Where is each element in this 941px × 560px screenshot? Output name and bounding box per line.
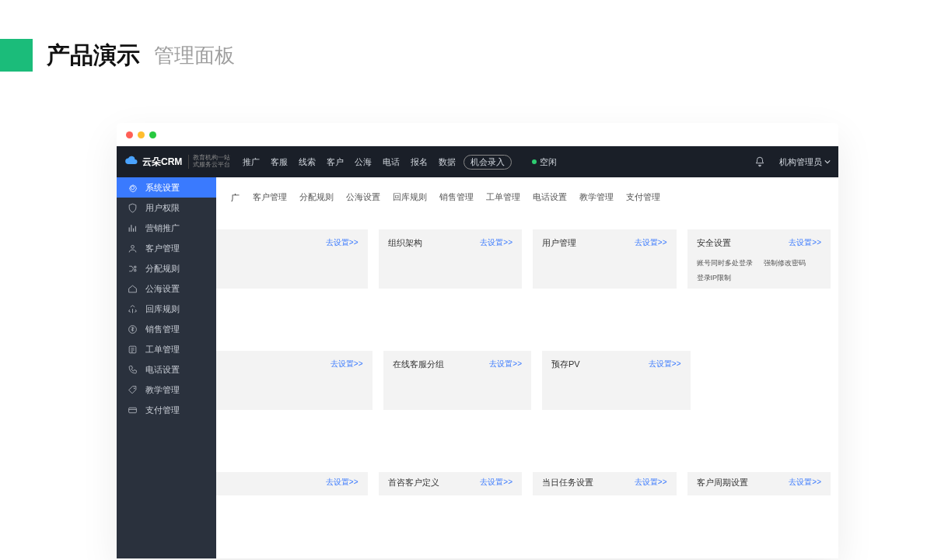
sidebar-item-label: 回库规则: [145, 303, 180, 315]
settings-card: 首咨客户定义 去设置>>: [379, 472, 523, 495]
status-label: 空闲: [540, 156, 557, 168]
chevron-down-icon: [824, 159, 831, 165]
topbar: 云朵CRM 教育机构一站式服务云平台 推广 客服 线索 客户 公海 电话 报名 …: [117, 146, 838, 177]
nav-signup[interactable]: 报名: [411, 156, 428, 168]
sidebar: 系统设置用户权限营销推广客户管理分配规则公海设置回库规则销售管理工单管理电话设置…: [117, 177, 216, 558]
logo-tagline: 教育机构一站式服务云平台: [188, 155, 230, 169]
cards-grid: 基础设置 去设置>>组织架构 去设置>>用户管理 去设置>>安全设置 去设置>>…: [216, 229, 838, 511]
chart-icon: [128, 223, 138, 233]
settings-card: 客户字段设置 去设置>>: [216, 472, 368, 495]
subtab[interactable]: 公海设置: [340, 188, 387, 208]
nav-promo[interactable]: 推广: [243, 156, 260, 168]
sidebar-item-label: 分配规则: [145, 263, 180, 275]
sidebar-item-label: 客户管理: [145, 243, 180, 254]
browser-window: 云朵CRM 教育机构一站式服务云平台 推广 客服 线索 客户 公海 电话 报名 …: [117, 123, 838, 558]
top-right: 机构管理员: [754, 156, 831, 168]
nav-leads[interactable]: 线索: [299, 156, 316, 168]
go-settings-link[interactable]: 去设置>>: [480, 237, 512, 248]
nav-customer[interactable]: 客户: [327, 156, 344, 168]
shield-icon: [128, 203, 138, 213]
card-item[interactable]: 强制修改密码: [764, 258, 806, 268]
sidebar-item-label: 销售管理: [145, 324, 180, 335]
sidebar-item-settings[interactable]: 系统设置: [117, 177, 216, 198]
page-header: 产品演示 管理面板: [0, 39, 235, 72]
record-button[interactable]: 机会录入: [464, 155, 512, 170]
status-indicator[interactable]: 空闲: [532, 156, 557, 168]
logo-text: 云朵CRM: [142, 156, 182, 169]
sidebar-item-label: 工单管理: [145, 344, 180, 355]
user-menu[interactable]: 机构管理员: [779, 156, 831, 168]
card-items: 账号同时多处登录强制修改密码登录IP限制: [697, 258, 822, 283]
zoom-dot[interactable]: [149, 131, 156, 138]
sidebar-item-person[interactable]: 客户管理: [117, 238, 216, 258]
nav-pool[interactable]: 公海: [355, 156, 372, 168]
subtab[interactable]: 教学管理: [573, 188, 620, 208]
sidebar-item-tag[interactable]: 教学管理: [117, 380, 216, 400]
ticket-icon: [128, 345, 138, 355]
sidebar-item-label: 用户权限: [145, 202, 180, 214]
top-nav: 推广 客服 线索 客户 公海 电话 报名 数据: [243, 156, 456, 168]
go-settings-link[interactable]: 去设置>>: [489, 359, 522, 369]
tag-icon: [128, 385, 138, 395]
accent-block: [0, 39, 33, 72]
sidebar-item-phone[interactable]: 电话设置: [117, 359, 216, 380]
phone-icon: [128, 365, 138, 375]
nav-phone[interactable]: 电话: [383, 156, 400, 168]
subtab[interactable]: 电话设置: [526, 188, 573, 208]
subtab[interactable]: 销售管理: [433, 188, 480, 208]
subtab[interactable]: 工单管理: [480, 188, 526, 208]
settings-card: 安全设置 去设置>>账号同时多处登录强制修改密码登录IP限制: [687, 229, 831, 289]
sidebar-item-sales[interactable]: 销售管理: [117, 319, 216, 339]
main-content: 广客户管理分配规则公海设置回库规则销售管理工单管理电话设置教学管理支付管理 基础…: [216, 177, 838, 558]
close-dot[interactable]: [126, 131, 133, 138]
sidebar-item-chart[interactable]: 营销推广: [117, 218, 216, 238]
home-icon: [128, 284, 138, 294]
settings-card: 预存PV 去设置>>: [542, 351, 691, 410]
go-settings-link[interactable]: 去设置>>: [326, 237, 359, 248]
logo[interactable]: 云朵CRM 教育机构一站式服务云平台: [124, 155, 230, 169]
subtab[interactable]: 回库规则: [387, 188, 433, 208]
go-settings-link[interactable]: 去设置>>: [326, 477, 359, 488]
settings-card: 组织架构 去设置>>: [379, 229, 523, 289]
go-settings-link[interactable]: 去设置>>: [789, 237, 821, 248]
sidebar-item-home[interactable]: 公海设置: [117, 278, 216, 299]
subtab[interactable]: 分配规则: [293, 188, 340, 208]
settings-card: 在线客服分组 去设置>>: [383, 351, 532, 410]
nav-data[interactable]: 数据: [439, 156, 456, 168]
subtab-cut[interactable]: 广: [224, 188, 247, 208]
page-subtitle: 管理面板: [154, 42, 235, 69]
go-settings-link[interactable]: 去设置>>: [635, 237, 667, 248]
sidebar-item-label: 公海设置: [145, 283, 180, 295]
go-settings-link[interactable]: 去设置>>: [331, 359, 363, 369]
go-settings-link[interactable]: 去设置>>: [649, 359, 681, 369]
card-row: 客户字段设置 去设置>>首咨客户定义 去设置>>当日任务设置 去设置>>客户周期…: [224, 472, 831, 495]
user-label-text: 机构管理员: [779, 156, 822, 168]
sidebar-item-card-pay[interactable]: 支付管理: [117, 400, 216, 420]
person-icon: [128, 243, 138, 254]
subtabs: 广客户管理分配规则公海设置回库规则销售管理工单管理电话设置教学管理支付管理: [216, 177, 838, 214]
sidebar-item-shield[interactable]: 用户权限: [117, 198, 216, 218]
subtab[interactable]: 支付管理: [620, 188, 666, 208]
subtab[interactable]: 客户管理: [247, 188, 293, 208]
go-settings-link[interactable]: 去设置>>: [635, 477, 667, 488]
sidebar-item-ticket[interactable]: 工单管理: [117, 339, 216, 359]
settings-card: 当日任务设置 去设置>>: [533, 472, 677, 495]
settings-card: 客户周期设置 去设置>>: [687, 472, 831, 495]
settings-card: 基础设置 去设置>>: [216, 229, 368, 289]
sidebar-item-recycle[interactable]: 回库规则: [117, 299, 216, 319]
card-item[interactable]: 登录IP限制: [697, 273, 732, 283]
flow-icon: [128, 264, 138, 274]
sidebar-item-label: 电话设置: [145, 364, 180, 376]
cloud-icon: [124, 155, 138, 169]
card-row: 基础设置 去设置>>组织架构 去设置>>用户管理 去设置>>安全设置 去设置>>…: [224, 229, 831, 289]
settings-icon: [128, 183, 138, 193]
card-item[interactable]: 账号同时多处登录: [697, 258, 753, 268]
settings-card: 推广渠道设置 去设置>>: [216, 351, 373, 410]
recycle-icon: [128, 304, 138, 314]
minimize-dot[interactable]: [138, 131, 145, 138]
go-settings-link[interactable]: 去设置>>: [480, 477, 512, 488]
bell-icon[interactable]: [754, 156, 765, 167]
nav-service[interactable]: 客服: [271, 156, 288, 168]
go-settings-link[interactable]: 去设置>>: [789, 477, 821, 488]
sidebar-item-flow[interactable]: 分配规则: [117, 258, 216, 278]
